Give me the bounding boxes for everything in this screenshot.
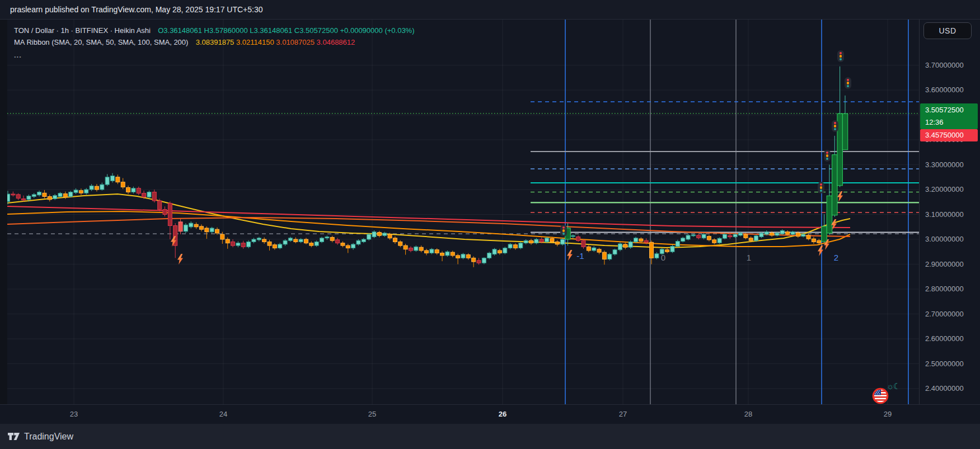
candle bbox=[498, 251, 501, 253]
candle bbox=[414, 247, 418, 251]
candle bbox=[241, 243, 245, 247]
candle bbox=[759, 233, 763, 237]
candle bbox=[670, 246, 674, 252]
bottom-toolbar: TradingView bbox=[0, 424, 980, 449]
price-axis-label: 2.90000000 bbox=[925, 260, 964, 268]
candle bbox=[346, 245, 350, 248]
candle bbox=[817, 240, 821, 243]
time-axis-label[interactable]: 24 bbox=[219, 410, 227, 418]
candle bbox=[27, 196, 31, 200]
publish-header: praslearn published on TradingView.com, … bbox=[0, 0, 980, 20]
time-axis[interactable]: 23242526272829 bbox=[0, 404, 980, 424]
candle bbox=[247, 242, 251, 247]
legend-more-ellipsis[interactable]: ... bbox=[14, 49, 415, 61]
candle bbox=[137, 188, 140, 193]
candle bbox=[58, 193, 62, 197]
candle bbox=[179, 222, 182, 231]
tradingview-brand[interactable]: TradingView bbox=[24, 432, 73, 442]
candle bbox=[744, 234, 748, 238]
candle bbox=[158, 201, 162, 210]
candle bbox=[210, 228, 214, 232]
candle bbox=[461, 254, 465, 258]
symbol-row[interactable]: TON / Dollar · 1h · BITFINEX · Heikin As… bbox=[14, 25, 415, 36]
candle bbox=[529, 240, 533, 243]
candle bbox=[205, 228, 209, 232]
tradingview-logo-icon[interactable] bbox=[8, 432, 20, 441]
candle bbox=[69, 192, 73, 196]
candle bbox=[189, 223, 193, 227]
candle bbox=[336, 240, 340, 243]
traffic-light-emoji bbox=[818, 182, 824, 193]
candle bbox=[576, 237, 580, 241]
candle bbox=[283, 240, 287, 244]
candle bbox=[116, 177, 120, 182]
time-axis-label[interactable]: 28 bbox=[744, 410, 752, 418]
pane-left-margin bbox=[0, 20, 7, 404]
candle bbox=[597, 249, 601, 252]
candle bbox=[37, 192, 41, 195]
candle bbox=[801, 234, 805, 237]
price-axis[interactable]: 3.700000003.600000003.400000003.30000000… bbox=[919, 20, 980, 404]
candle bbox=[472, 258, 476, 262]
candle bbox=[650, 242, 654, 258]
candle bbox=[22, 198, 26, 200]
time-axis-label[interactable]: 27 bbox=[619, 410, 627, 418]
candle bbox=[252, 239, 256, 242]
candle bbox=[618, 244, 622, 250]
indicator-row[interactable]: MA Ribbon (SMA, 20, SMA, 50, SMA, 100, S… bbox=[14, 36, 415, 48]
candle bbox=[294, 239, 298, 242]
candle bbox=[842, 114, 848, 150]
time-axis-label[interactable]: 29 bbox=[884, 410, 892, 418]
candle bbox=[770, 233, 774, 235]
candle bbox=[231, 242, 235, 245]
candle bbox=[398, 242, 402, 245]
candle bbox=[676, 242, 679, 247]
currency-toggle-button[interactable]: USD bbox=[923, 22, 972, 39]
candle bbox=[508, 244, 512, 248]
candle bbox=[592, 248, 596, 251]
time-axis-label[interactable]: 25 bbox=[368, 410, 376, 418]
candle bbox=[330, 237, 334, 240]
candle bbox=[121, 182, 125, 187]
lightning-bolt-emoji bbox=[830, 219, 838, 233]
price-axis-label: 3.60000000 bbox=[925, 86, 964, 94]
lightning-bolt-emoji bbox=[170, 236, 177, 249]
candle bbox=[215, 229, 219, 233]
candle bbox=[561, 239, 565, 244]
candle bbox=[629, 242, 632, 247]
candle bbox=[199, 226, 203, 229]
candle bbox=[11, 194, 15, 195]
candle bbox=[163, 210, 167, 215]
ma-value: 3.08391875 bbox=[196, 38, 236, 46]
price-axis-label: 2.50000000 bbox=[925, 360, 964, 368]
time-axis-label[interactable]: 26 bbox=[499, 410, 507, 418]
candle bbox=[718, 238, 721, 243]
candle bbox=[623, 244, 627, 247]
candle bbox=[503, 248, 507, 253]
symbol-title[interactable]: TON / Dollar · 1h · BITFINEX · Heikin As… bbox=[14, 26, 151, 35]
candle bbox=[147, 192, 151, 197]
candle bbox=[168, 203, 172, 225]
candle bbox=[90, 186, 93, 190]
candle bbox=[288, 238, 292, 240]
bar-countdown: 12:36 bbox=[925, 116, 978, 129]
candle bbox=[63, 194, 67, 197]
indicator-title[interactable]: MA Ribbon (SMA, 20, SMA, 50, SMA, 100, S… bbox=[14, 38, 188, 46]
ohlc-value: O3.36148061 bbox=[158, 26, 204, 35]
candle bbox=[377, 233, 381, 236]
candle bbox=[409, 248, 412, 251]
candle bbox=[524, 240, 528, 243]
lightning-bolt-emoji bbox=[836, 191, 844, 205]
candle bbox=[540, 239, 543, 242]
candle bbox=[388, 234, 392, 238]
candle bbox=[320, 238, 324, 242]
time-axis-label[interactable]: 23 bbox=[70, 410, 78, 418]
candle bbox=[383, 233, 387, 235]
candle bbox=[812, 239, 815, 242]
tradingview-snapshot: praslearn published on TradingView.com, … bbox=[0, 0, 980, 449]
ma-ribbon-values: 3.08391875 3.02114150 3.01087025 3.04688… bbox=[196, 38, 355, 46]
candle bbox=[739, 233, 743, 235]
candle bbox=[712, 240, 716, 243]
candle bbox=[341, 243, 345, 245]
lightning-bolt-emoji bbox=[823, 239, 831, 253]
